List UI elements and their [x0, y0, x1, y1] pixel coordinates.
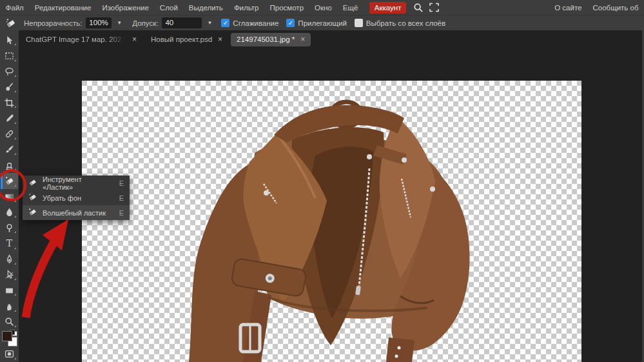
pen-tool[interactable]	[1, 252, 18, 267]
close-icon[interactable]: ×	[132, 35, 137, 43]
type-tool[interactable]: T	[1, 236, 18, 251]
opacity-label: Непрозрачность:	[24, 19, 82, 27]
tab-label: 2149745031.jpg *	[237, 35, 295, 43]
menu-item-shortcut: E	[119, 194, 124, 202]
tolerance-field[interactable]: 40	[162, 17, 202, 28]
menu-window[interactable]: Окно	[309, 0, 338, 15]
menu-select[interactable]: Выделить	[183, 0, 228, 15]
magic-eraser-icon	[3, 17, 17, 30]
photopea-app: Файл Редактирование Изображение Слой Выд…	[0, 0, 644, 362]
brush-tool[interactable]	[1, 142, 18, 157]
tolerance-dropdown-icon[interactable]: ▼	[206, 20, 213, 26]
eraser-icon	[28, 178, 37, 188]
menu-item-magic-eraser[interactable]: Волшебный ластик E	[23, 205, 130, 220]
menu-item-eraser-tool[interactable]: Инструмент «Ластик» E	[23, 176, 130, 190]
tab-bar: ChatGPT Image 17 мар. 202 * × Новый прое…	[19, 30, 312, 47]
path-select-tool[interactable]	[1, 267, 18, 283]
leather-jacket-image	[82, 81, 581, 362]
quick-mask-tool[interactable]	[1, 347, 18, 362]
checkbox-antialias-label: Сглаживание	[233, 19, 278, 27]
eraser-tool[interactable]	[1, 173, 18, 188]
tab-document-1[interactable]: ChatGPT Image 17 мар. 202 * ×	[20, 33, 142, 46]
opacity-field[interactable]: 100%	[86, 17, 112, 28]
color-swatches[interactable]	[2, 331, 17, 347]
opacity-dropdown-icon[interactable]: ▼	[115, 20, 123, 26]
menu-file[interactable]: Файл	[0, 0, 29, 15]
menu-bar: Файл Редактирование Изображение Слой Выд…	[0, 0, 644, 15]
menubar-right-links: О сайте Сообщить об	[549, 0, 644, 15]
hand-tool[interactable]	[1, 298, 18, 314]
menu-more[interactable]: Ещё	[337, 0, 364, 15]
checkbox-all-layers[interactable]: Выбрать со всех слоёв	[355, 19, 445, 27]
dodge-tool[interactable]	[1, 220, 18, 236]
menu-view[interactable]: Просмотр	[264, 0, 309, 15]
lasso-tool[interactable]	[1, 64, 18, 79]
quick-select-tool[interactable]	[1, 79, 18, 95]
tab-document-3-active[interactable]: 2149745031.jpg * ×	[231, 33, 311, 46]
move-tool[interactable]	[1, 32, 18, 48]
about-site-link[interactable]: О сайте	[549, 0, 587, 15]
magic-eraser-icon	[28, 208, 37, 217]
checkbox-unchecked-icon	[355, 19, 363, 27]
eyedropper-tool[interactable]	[1, 110, 18, 126]
menu-item-shortcut: E	[119, 209, 124, 217]
checkbox-contiguous[interactable]: ✓ Прилегающий	[286, 19, 346, 27]
workspace: ChatGPT Image 17 мар. 202 * × Новый прое…	[0, 30, 644, 362]
zoom-tool[interactable]	[1, 314, 18, 330]
menu-layer[interactable]: Слой	[154, 0, 183, 15]
annotation-arrow-icon	[18, 214, 83, 321]
tool-bar: T	[0, 30, 19, 362]
tab-document-2[interactable]: Новый проект.psd ×	[145, 33, 228, 46]
menu-item-label: Инструмент «Ластик»	[43, 176, 113, 191]
account-button[interactable]: Аккаунт	[369, 2, 407, 14]
checkbox-all-layers-label: Выбрать со всех слоёв	[366, 19, 445, 27]
marquee-select-tool[interactable]	[1, 48, 18, 63]
options-bar: Непрозрачность: 100% ▼ Допуск: 40 ▼ ✓ Сг…	[0, 15, 644, 30]
menu-filter[interactable]: Фильтр	[228, 0, 264, 15]
checkbox-checked-icon: ✓	[221, 19, 229, 27]
close-icon[interactable]: ×	[300, 35, 305, 43]
blur-tool[interactable]	[1, 205, 18, 220]
tab-label: ChatGPT Image 17 мар. 202 *	[26, 35, 126, 43]
menu-item-remove-background[interactable]: Убрать фон E	[23, 190, 130, 205]
tab-label: Новый проект.psd	[151, 35, 212, 43]
report-link[interactable]: Сообщить об	[587, 0, 644, 15]
crop-tool[interactable]	[1, 95, 18, 110]
search-icon[interactable]	[411, 0, 426, 15]
clone-stamp-tool[interactable]	[1, 157, 18, 173]
eraser-flyout-menu: Инструмент «Ластик» E Убрать фон E Волше…	[23, 176, 130, 220]
menu-item-label: Убрать фон	[43, 194, 81, 202]
heal-tool[interactable]	[1, 126, 18, 142]
shape-tool[interactable]	[1, 283, 18, 298]
foreground-color-swatch[interactable]	[2, 331, 12, 341]
close-icon[interactable]: ×	[218, 35, 222, 43]
document-canvas[interactable]	[82, 81, 581, 362]
fullscreen-icon[interactable]	[426, 0, 442, 15]
menu-item-label: Волшебный ластик	[43, 209, 106, 217]
gradient-tool[interactable]	[1, 189, 18, 205]
checkbox-checked-icon: ✓	[286, 19, 295, 27]
checkbox-antialias[interactable]: ✓ Сглаживание	[221, 19, 278, 27]
remove-bg-eraser-icon	[28, 193, 37, 203]
checkbox-contiguous-label: Прилегающий	[298, 19, 346, 27]
menu-item-shortcut: E	[119, 179, 124, 187]
tolerance-label: Допуск:	[132, 19, 158, 27]
menu-image[interactable]: Изображение	[97, 0, 154, 15]
menu-edit[interactable]: Редактирование	[29, 0, 97, 15]
